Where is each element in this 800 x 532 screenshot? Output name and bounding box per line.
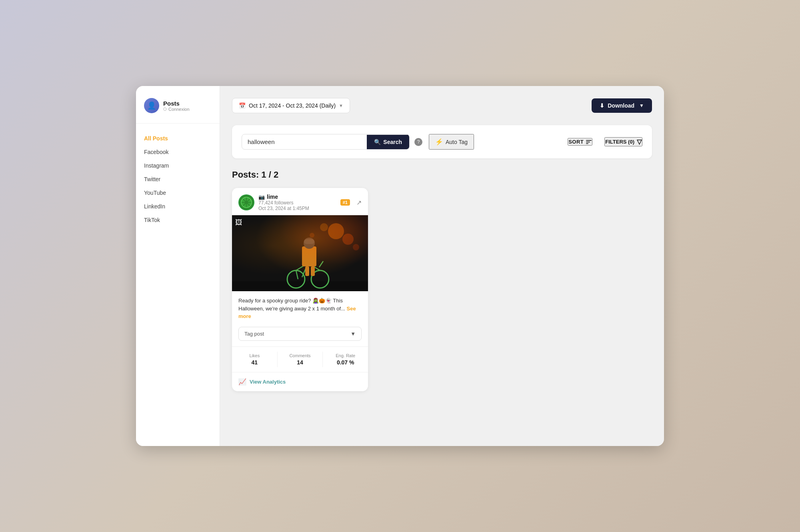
post-badge: #1 xyxy=(340,199,350,206)
cyclist-scene xyxy=(232,215,368,291)
sidebar-item-all-posts[interactable]: All Posts xyxy=(136,132,220,145)
header-bar: 📅 Oct 17, 2024 - Oct 23, 2024 (Daily) ▼ … xyxy=(232,98,652,113)
app-title: Posts xyxy=(163,100,190,107)
dropdown-chevron-icon: ▼ xyxy=(350,331,356,337)
view-analytics-button[interactable]: 📈 View Analytics xyxy=(232,372,368,391)
posts-heading: Posts: 1 / 2 xyxy=(232,170,652,180)
posts-grid: 📷 lime 77,424 followers Oct 23, 2024 at … xyxy=(232,188,652,391)
auto-tag-button[interactable]: ⚡ Auto Tag xyxy=(429,134,474,150)
search-input[interactable] xyxy=(242,134,367,149)
chevron-down-icon: ▼ xyxy=(339,103,343,108)
post-account-info: 📷 lime 77,424 followers Oct 23, 2024 at … xyxy=(258,194,336,211)
sidebar-nav: All Posts Facebook Instagram Twitter You… xyxy=(136,132,220,227)
external-link-icon[interactable]: ↗ xyxy=(356,199,362,206)
filters-button[interactable]: FILTERS (0) ▽ xyxy=(604,137,642,146)
svg-point-6 xyxy=(245,201,248,204)
sidebar-item-facebook[interactable]: Facebook xyxy=(136,145,220,159)
sidebar-item-linkedin[interactable]: LinkedIn xyxy=(136,200,220,213)
sidebar-item-instagram[interactable]: Instagram xyxy=(136,159,220,172)
sort-lines-icon xyxy=(586,140,592,144)
avatar: 👤 xyxy=(144,98,159,113)
sidebar: 👤 Posts Connexion All Posts Facebook Ins… xyxy=(136,86,220,446)
sidebar-header-text: Posts Connexion xyxy=(163,100,190,112)
help-icon[interactable]: ? xyxy=(414,138,422,146)
sidebar-item-twitter[interactable]: Twitter xyxy=(136,172,220,186)
post-avatar xyxy=(238,194,254,210)
stat-comments: Comments 14 xyxy=(278,352,323,367)
tag-post-dropdown[interactable]: Tag post ▼ xyxy=(238,327,362,341)
date-range-label: Oct 17, 2024 - Oct 23, 2024 (Daily) xyxy=(249,102,336,109)
calendar-icon: 📅 xyxy=(239,102,246,109)
post-image: 🖼 xyxy=(232,215,368,291)
analytics-icon: 📈 xyxy=(238,378,246,386)
date-picker-button[interactable]: 📅 Oct 17, 2024 - Oct 23, 2024 (Daily) ▼ xyxy=(232,98,350,113)
download-icon: ⬇ xyxy=(600,102,604,109)
instagram-icon: 📷 xyxy=(258,194,265,200)
post-card-header: 📷 lime 77,424 followers Oct 23, 2024 at … xyxy=(232,188,368,215)
image-icon: 🖼 xyxy=(235,218,242,227)
sidebar-item-youtube[interactable]: YouTube xyxy=(136,186,220,200)
sidebar-item-tiktok[interactable]: TikTok xyxy=(136,213,220,227)
search-icon: 🔍 xyxy=(374,139,381,145)
post-meta: 77,424 followers Oct 23, 2024 at 1:45PM xyxy=(258,200,336,211)
post-caption: Ready for a spooky group ride? 🧟‍♀️🎃👻 Th… xyxy=(232,291,368,324)
sidebar-header: 👤 Posts Connexion xyxy=(136,98,220,124)
stat-eng-rate: Eng. Rate 0.07 % xyxy=(323,352,368,367)
main-content: 📅 Oct 17, 2024 - Oct 23, 2024 (Daily) ▼ … xyxy=(220,86,664,446)
filter-icon: ▽ xyxy=(637,138,642,146)
search-area: 🔍 Search ? ⚡ Auto Tag SORT FILTERS (0) ▽ xyxy=(232,125,652,158)
app-subtitle: Connexion xyxy=(163,107,190,112)
stat-likes: Likes 41 xyxy=(232,352,278,367)
bolt-icon: ⚡ xyxy=(435,138,443,146)
background-lights xyxy=(232,215,368,291)
search-input-wrap: 🔍 Search xyxy=(242,134,410,150)
search-button[interactable]: 🔍 Search xyxy=(367,135,409,149)
post-card: 📷 lime 77,424 followers Oct 23, 2024 at … xyxy=(232,188,368,391)
sort-button[interactable]: SORT xyxy=(568,138,592,146)
chevron-down-icon: ▼ xyxy=(639,103,644,108)
download-button[interactable]: ⬇ Download ▼ xyxy=(592,98,652,113)
app-container: 👤 Posts Connexion All Posts Facebook Ins… xyxy=(136,86,664,446)
stats-row: Likes 41 Comments 14 Eng. Rate 0.07 % xyxy=(232,346,368,372)
post-account-name-row: 📷 lime xyxy=(258,194,336,200)
